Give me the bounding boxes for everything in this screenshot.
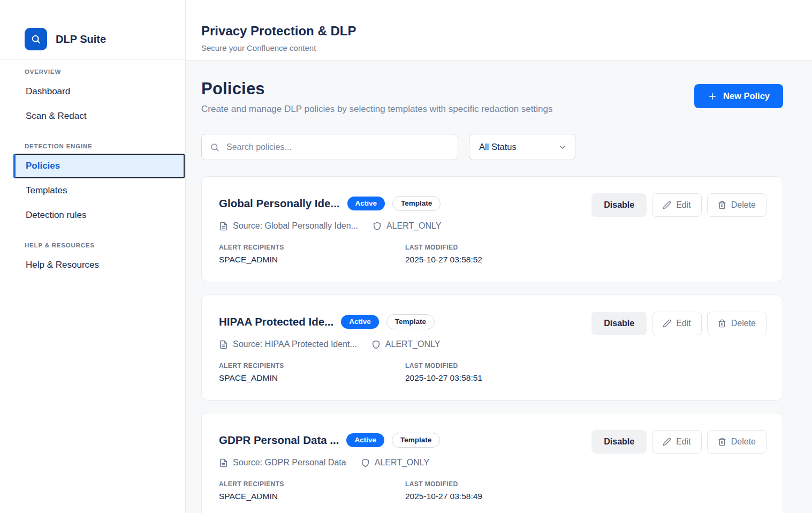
policy-source: Source: Global Personally Iden... [233, 221, 358, 231]
policies-description: Create and manage DLP policies by select… [201, 104, 552, 115]
new-policy-label: New Policy [723, 91, 770, 101]
policy-card: Global Personally Ide... Active Template… [201, 176, 783, 282]
policies-header-row: Policies Create and manage DLP policies … [201, 79, 783, 115]
sidebar-item-policies[interactable]: Policies [13, 154, 185, 178]
trash-icon [718, 201, 726, 209]
edit-button[interactable]: Edit [652, 193, 702, 217]
disable-button[interactable]: Disable [591, 312, 647, 335]
last-modified-label: LAST MODIFIED [405, 362, 591, 369]
sidebar-divider [0, 59, 185, 59]
main-area: Privacy Protection & DLP Secure your Con… [186, 0, 812, 513]
last-modified-label: LAST MODIFIED [405, 480, 591, 488]
pencil-icon [663, 319, 671, 328]
new-policy-button[interactable]: New Policy [694, 84, 783, 108]
status-badge: Active [341, 315, 379, 329]
policy-title: HIPAA Protected Ide... [219, 315, 333, 328]
policy-title: GDPR Personal Data ... [219, 434, 339, 447]
app-window: DLP Suite OVERVIEW Dashboard Scan & Reda… [0, 0, 812, 513]
sidebar: DLP Suite OVERVIEW Dashboard Scan & Reda… [0, 0, 186, 513]
shield-icon [361, 458, 370, 467]
trash-icon [718, 437, 726, 446]
document-icon [219, 340, 228, 349]
trash-icon [718, 319, 726, 328]
shield-icon [373, 222, 382, 231]
alert-recipients-value: SPACE_ADMIN [219, 373, 405, 383]
delete-button[interactable]: Delete [707, 312, 767, 335]
sidebar-item-detection-rules[interactable]: Detection rules [13, 203, 185, 228]
sidebar-item-help-resources[interactable]: Help & Resources [13, 253, 185, 277]
search-logo-icon [25, 28, 47, 50]
pencil-icon [663, 437, 671, 446]
last-modified-value: 2025-10-27 03:58:49 [405, 492, 591, 501]
sidebar-item-templates[interactable]: Templates [13, 178, 185, 203]
policy-action-mode: ALERT_ONLY [386, 221, 442, 231]
policy-card: GDPR Personal Data ... Active Template S… [201, 413, 783, 513]
document-icon [219, 222, 228, 231]
policy-source: Source: GDPR Personal Data [233, 458, 346, 467]
alert-recipients-label: ALERT RECIPIENTS [219, 480, 405, 488]
disable-button[interactable]: Disable [591, 193, 647, 217]
edit-button[interactable]: Edit [652, 430, 702, 454]
search-icon [210, 142, 219, 152]
page-header: Privacy Protection & DLP Secure your Con… [186, 0, 812, 61]
last-modified-value: 2025-10-27 03:58:51 [405, 373, 591, 383]
pencil-icon [663, 201, 671, 209]
page-title: Privacy Protection & DLP [201, 24, 812, 39]
shield-icon [371, 340, 381, 349]
status-badge: Active [346, 433, 384, 447]
alert-recipients-value: SPACE_ADMIN [219, 492, 405, 501]
delete-button[interactable]: Delete [707, 430, 767, 454]
edit-button[interactable]: Edit [652, 312, 702, 335]
policies-title: Policies [201, 79, 552, 99]
last-modified-label: LAST MODIFIED [405, 244, 591, 251]
sidebar-item-dashboard[interactable]: Dashboard [13, 79, 185, 104]
sidebar-section-overview: OVERVIEW [13, 69, 185, 75]
filters-row: All Status [201, 134, 783, 160]
sidebar-section-detection-engine: DETECTION ENGINE [13, 143, 185, 149]
status-filter-value: All Status [479, 142, 517, 152]
document-icon [219, 458, 228, 467]
policy-action-mode: ALERT_ONLY [375, 458, 430, 467]
search-input[interactable] [201, 134, 458, 160]
page-subtitle: Secure your Confluence content [201, 43, 812, 52]
sidebar-item-scan-redact[interactable]: Scan & Redact [13, 104, 185, 129]
policy-title: Global Personally Ide... [219, 197, 340, 210]
template-badge: Template [392, 196, 441, 211]
template-badge: Template [386, 314, 435, 329]
disable-button[interactable]: Disable [591, 430, 647, 454]
template-badge: Template [392, 433, 440, 448]
last-modified-value: 2025-10-27 03:58:52 [405, 255, 591, 265]
app-name: DLP Suite [56, 33, 106, 46]
sidebar-section-help-resources: HELP & RESOURCES [13, 242, 185, 248]
policies-content: Policies Create and manage DLP policies … [186, 61, 812, 513]
chevron-down-icon [558, 143, 567, 152]
alert-recipients-value: SPACE_ADMIN [219, 255, 405, 265]
alert-recipients-label: ALERT RECIPIENTS [219, 362, 405, 369]
policy-action-mode: ALERT_ONLY [385, 340, 441, 349]
delete-button[interactable]: Delete [707, 193, 767, 217]
policy-card: HIPAA Protected Ide... Active Template S… [201, 295, 783, 401]
plus-icon [708, 92, 717, 101]
status-badge: Active [347, 197, 385, 210]
sidebar-nav: OVERVIEW Dashboard Scan & Redact DETECTI… [0, 69, 185, 277]
search-box [201, 134, 458, 160]
policy-source: Source: HIPAA Protected Ident... [233, 340, 357, 349]
app-logo-row: DLP Suite [0, 0, 185, 50]
status-filter-select[interactable]: All Status [469, 134, 575, 160]
alert-recipients-label: ALERT RECIPIENTS [219, 244, 405, 251]
